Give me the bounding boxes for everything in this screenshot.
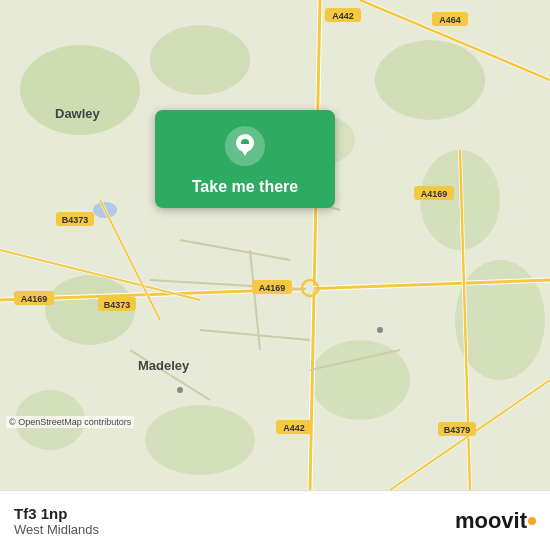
take-me-there-button[interactable]: Take me there bbox=[155, 110, 335, 208]
svg-text:A4169: A4169 bbox=[421, 189, 448, 199]
svg-point-3 bbox=[375, 40, 485, 120]
svg-point-1 bbox=[20, 45, 140, 135]
svg-text:A4169: A4169 bbox=[21, 294, 48, 304]
svg-text:A442: A442 bbox=[283, 423, 305, 433]
map-container: A442 A464 A4169 A4169 A4169 A442 B4373 B… bbox=[0, 0, 550, 490]
location-region: West Midlands bbox=[14, 522, 99, 537]
svg-text:Dawley: Dawley bbox=[55, 106, 101, 121]
map-attribution: © OpenStreetMap contributors bbox=[6, 416, 134, 428]
svg-text:A442: A442 bbox=[332, 11, 354, 21]
moovit-text: moovit bbox=[455, 508, 527, 534]
take-me-there-label: Take me there bbox=[192, 178, 298, 196]
svg-text:A464: A464 bbox=[439, 15, 461, 25]
svg-text:B4373: B4373 bbox=[62, 215, 89, 225]
svg-point-5 bbox=[455, 260, 545, 380]
svg-text:Madeley: Madeley bbox=[138, 358, 190, 373]
svg-point-9 bbox=[145, 405, 255, 475]
location-name: Tf3 1np bbox=[14, 505, 99, 522]
svg-point-2 bbox=[150, 25, 250, 95]
svg-point-57 bbox=[377, 327, 383, 333]
svg-point-55 bbox=[306, 284, 314, 292]
bottom-bar: Tf3 1np West Midlands moovit bbox=[0, 490, 550, 550]
svg-text:B4373: B4373 bbox=[104, 300, 131, 310]
moovit-dot bbox=[528, 517, 536, 525]
moovit-logo: moovit bbox=[455, 508, 536, 534]
svg-point-56 bbox=[177, 387, 183, 393]
svg-text:B4379: B4379 bbox=[444, 425, 471, 435]
location-pin-icon bbox=[223, 124, 267, 168]
svg-text:A4169: A4169 bbox=[259, 283, 286, 293]
location-info: Tf3 1np West Midlands bbox=[14, 505, 99, 537]
